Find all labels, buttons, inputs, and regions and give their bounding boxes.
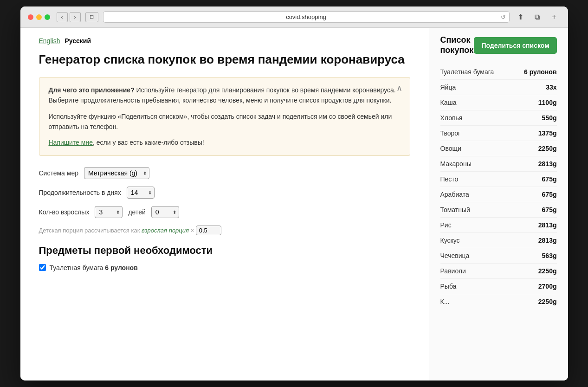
people-row: Кол-во взрослых 3 детей 0	[39, 206, 410, 218]
info-box: ∧ Для чего это приложение? Используйте г…	[39, 77, 410, 156]
child-note-mid: ×	[189, 227, 196, 234]
units-label: Система мер	[39, 169, 78, 177]
shopping-item-name: Каша	[440, 99, 457, 106]
units-select[interactable]: Метрическая (g)	[84, 167, 149, 179]
feedback-link[interactable]: Напишите мне	[49, 139, 93, 146]
forward-button[interactable]: ›	[70, 12, 81, 22]
info-box-text1: Для чего это приложение? Используйте ген…	[49, 85, 401, 106]
shopping-item-name: Кускус	[440, 237, 460, 244]
children-select[interactable]: 0	[151, 206, 179, 218]
close-traffic-light[interactable]	[28, 14, 33, 20]
sidebar-title: Список покупок	[440, 35, 474, 55]
shopping-item-qty: 2700g	[538, 283, 557, 290]
browser-toolbar: ‹ › ⊟ 🔒 ↺ ⬆ ⧉ ＋	[20, 6, 568, 28]
info-box-text3-content: , если у вас есть какие-либо отзывы!	[93, 139, 204, 146]
minimize-traffic-light[interactable]	[36, 14, 42, 20]
units-row: Система мер Метрическая (g)	[39, 167, 410, 179]
toilet-paper-item: Туалетная бумага 6 рулонов	[39, 264, 410, 271]
shopping-item-name: Рис	[440, 221, 452, 229]
duplicate-button[interactable]: ⧉	[531, 12, 544, 22]
russian-lang-active: Русский	[65, 37, 91, 45]
shopping-item-name: Туалетная бумага	[440, 68, 494, 76]
essentials-title: Предметы первой необходимости	[39, 245, 410, 257]
info-box-text3: Напишите мне, если у вас есть какие-либо…	[49, 137, 401, 148]
shopping-list-item: Овощи2250g	[440, 141, 557, 156]
tab-overview-button[interactable]: ⊟	[85, 12, 98, 22]
traffic-lights	[28, 14, 50, 20]
shopping-list-item: Хлопья550g	[440, 110, 557, 126]
sidebar-header: Список покупок Поделиться списком	[440, 35, 557, 55]
toolbar-actions: ⬆ ⧉ ＋	[514, 12, 561, 22]
shopping-list-item: Каша1100g	[440, 95, 557, 110]
shopping-list: Туалетная бумага6 рулоновЯйца33xКаша1100…	[440, 64, 557, 309]
shopping-item-name: Рыба	[440, 283, 457, 290]
shopping-item-name: Хлопья	[440, 114, 463, 122]
shopping-item-qty: 675g	[542, 206, 557, 213]
page-title: Генератор списка покупок во время пандем…	[39, 52, 410, 68]
shopping-item-name: Песто	[440, 175, 459, 183]
shopping-item-qty: 675g	[542, 175, 557, 183]
shopping-item-name: Яйца	[440, 84, 456, 91]
shopping-item-name: Арабиата	[440, 191, 469, 198]
address-bar[interactable]	[103, 11, 510, 23]
info-box-text2: Используйте функцию «Поделиться списком»…	[49, 111, 401, 132]
duration-select-wrapper: 14	[127, 187, 155, 199]
child-note: Детская порция рассчитывается как взросл…	[39, 226, 410, 235]
shopping-list-item: Яйца33x	[440, 80, 557, 95]
shopping-list-item: Чечевица563g	[440, 248, 557, 264]
shopping-list-item: Равиоли2250g	[440, 264, 557, 279]
shopping-list-item: Кускус2813g	[440, 233, 557, 248]
child-note-link: взрослая порция	[142, 227, 189, 234]
shopping-item-qty: 675g	[542, 191, 557, 198]
shopping-list-item: Рыба2700g	[440, 279, 557, 294]
lang-switcher: English Русский	[39, 37, 410, 45]
browser-content: English Русский Генератор списка покупок…	[20, 28, 568, 381]
toilet-paper-checkbox[interactable]	[39, 264, 46, 271]
shopping-item-name: Чечевица	[440, 252, 470, 259]
maximize-traffic-light[interactable]	[45, 14, 50, 20]
english-lang-link[interactable]: English	[39, 37, 60, 45]
shopping-item-name: Овощи	[440, 145, 461, 152]
children-select-wrapper: 0	[151, 206, 179, 218]
duration-row: Продолжительность в днях 14	[39, 187, 410, 199]
toilet-paper-qty: 6 рулонов	[105, 264, 138, 271]
shopping-list-item: Туалетная бумага6 рулонов	[440, 64, 557, 80]
address-bar-wrapper: 🔒 ↺	[103, 11, 510, 23]
shopping-item-qty: 2250g	[538, 298, 557, 305]
shopping-item-qty: 2813g	[538, 237, 557, 244]
browser-window: ‹ › ⊟ 🔒 ↺ ⬆ ⧉ ＋ English Русский Генерато…	[20, 6, 568, 381]
child-note-pre: Детская порция рассчитывается как	[39, 227, 142, 234]
shopping-item-name: Творог	[440, 129, 461, 137]
duration-label: Продолжительность в днях	[39, 189, 121, 196]
child-ratio-input[interactable]	[196, 226, 221, 235]
shopping-list-item: Рис2813g	[440, 218, 557, 233]
shopping-item-qty: 2250g	[538, 267, 557, 275]
shopping-list-item: Арабиата675g	[440, 187, 557, 202]
info-box-bold-label: Для чего это приложение?	[49, 86, 135, 94]
sidebar: Список покупок Поделиться списком Туалет…	[429, 28, 568, 381]
toilet-paper-label: Туалетная бумага 6 рулонов	[50, 264, 138, 271]
shopping-item-qty: 1375g	[538, 129, 557, 137]
share-toolbar-button[interactable]: ⬆	[514, 12, 527, 22]
shopping-item-qty: 33x	[546, 84, 556, 91]
shopping-item-name: Томатный	[440, 206, 470, 213]
main-content: English Русский Генератор списка покупок…	[20, 28, 429, 381]
shopping-list-item: Томатный675g	[440, 202, 557, 218]
shopping-item-name: Равиоли	[440, 267, 466, 275]
share-list-button[interactable]: Поделиться списком	[474, 37, 556, 54]
refresh-icon[interactable]: ↺	[501, 13, 506, 20]
info-box-close-icon[interactable]: ∧	[396, 83, 402, 93]
back-button[interactable]: ‹	[57, 12, 68, 22]
shopping-list-item: Творог1375g	[440, 126, 557, 141]
shopping-item-qty: 2813g	[538, 221, 557, 229]
adults-select[interactable]: 3	[95, 206, 123, 218]
shopping-item-qty: 563g	[542, 252, 557, 259]
shopping-item-qty: 2813g	[538, 160, 557, 168]
shopping-item-qty: 550g	[542, 114, 557, 122]
units-select-wrapper: Метрическая (g)	[84, 167, 149, 179]
new-tab-button[interactable]: ＋	[548, 12, 561, 22]
shopping-list-item: К...2250g	[440, 294, 557, 309]
duration-select[interactable]: 14	[127, 187, 155, 199]
shopping-item-qty: 1100g	[538, 99, 557, 106]
nav-buttons: ‹ ›	[57, 12, 81, 22]
